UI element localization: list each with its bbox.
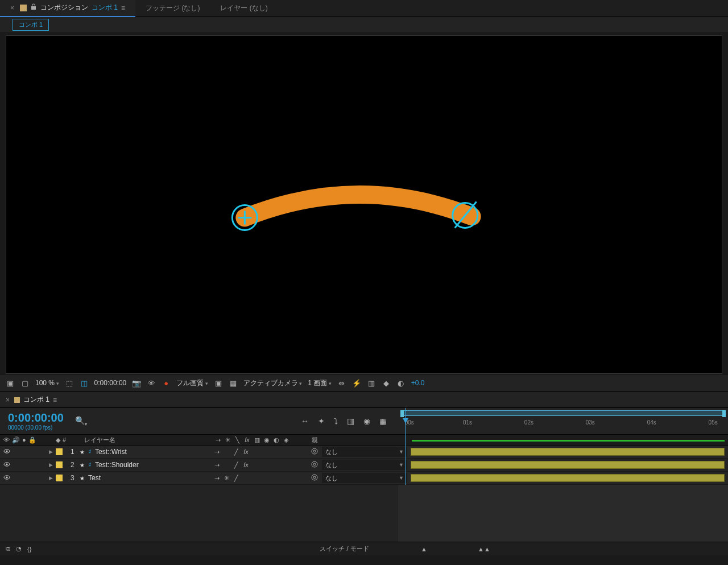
layer-color-chip[interactable]	[56, 461, 63, 468]
transparency-grid-icon[interactable]: ▢	[20, 378, 30, 387]
col-solo-icon[interactable]: ●	[22, 436, 26, 444]
switch-motionblur[interactable]	[261, 448, 270, 456]
layer-duration-bar[interactable]	[411, 461, 725, 469]
switch-adjustment[interactable]	[271, 461, 279, 469]
lock-icon[interactable]	[30, 3, 37, 12]
col-label-icon[interactable]: ◆	[56, 436, 60, 444]
draft3d-icon[interactable]: ✦	[318, 416, 325, 426]
mask-visibility-icon[interactable]: ◫	[80, 378, 89, 387]
layer-duration-bar[interactable]	[411, 448, 725, 456]
layer-visibility-icon[interactable]	[3, 461, 10, 469]
switch-3d[interactable]	[280, 448, 289, 456]
resolution-dropdown[interactable]: フル画質	[176, 378, 208, 388]
layer-expand-toggle[interactable]: ▶	[46, 462, 56, 468]
layer-visibility-icon[interactable]	[3, 474, 10, 482]
playhead-icon[interactable]	[403, 418, 408, 423]
toggle-switches-icon[interactable]: ⧉	[6, 545, 10, 552]
zoom-out-icon[interactable]: ▲	[421, 546, 427, 552]
switch-quality[interactable]: ╱	[232, 474, 241, 482]
time-ruler[interactable]: 00s 01s 02s 03s 04s 05s	[398, 408, 728, 434]
comp-mini-flowchart-icon[interactable]: ↔	[301, 416, 309, 426]
switch-3d[interactable]	[280, 461, 289, 469]
pixel-aspect-icon[interactable]: ⇔	[337, 378, 346, 387]
flowchart-icon[interactable]: ◆	[382, 378, 391, 387]
switch-3d-icon[interactable]: ◈	[282, 436, 290, 444]
switches-modes-toggle[interactable]: スイッチ / モード	[320, 545, 369, 553]
layer-expand-toggle[interactable]: ▶	[46, 475, 56, 481]
switch-adjustment[interactable]	[271, 448, 279, 456]
zoom-slider-icon[interactable]: ▲▲	[478, 546, 490, 552]
close-tab-icon[interactable]: ×	[10, 4, 14, 12]
current-timecode[interactable]: 0:00:00:00	[8, 411, 64, 424]
switch-frameblend-icon[interactable]: ▥	[253, 436, 261, 444]
layer-expand-toggle[interactable]: ▶	[46, 449, 56, 455]
switch-frameblend[interactable]	[251, 461, 260, 469]
switch-fx[interactable]	[242, 474, 250, 482]
switch-collapse-icon[interactable]: ✳	[224, 436, 232, 444]
timeline-tab[interactable]: コンポ 1 ≡	[14, 395, 57, 405]
work-area-end-handle[interactable]	[722, 410, 726, 417]
parent-pickwhip-icon[interactable]	[311, 473, 318, 483]
switch-shy[interactable]: ⇢	[213, 448, 221, 456]
col-audio-icon[interactable]: 🔊	[12, 436, 20, 444]
switch-fx[interactable]: fx	[242, 448, 250, 456]
hide-shy-icon[interactable]: ⤵	[334, 416, 338, 426]
col-lock-icon[interactable]: 🔒	[28, 436, 36, 444]
layer-row[interactable]: ▶ 3 ★ Test ⇢ ✳ ╱ なし▼	[0, 472, 728, 485]
layer-duration-bar[interactable]	[411, 474, 725, 482]
frame-blend-icon[interactable]: ▥	[347, 416, 354, 426]
switch-shy[interactable]: ⇢	[213, 461, 221, 469]
tab-footage[interactable]: フッテージ (なし)	[135, 0, 210, 17]
layer-search[interactable]: 🔍▾	[75, 416, 87, 427]
guides-icon[interactable]: ▣	[214, 378, 223, 387]
col-layer-name[interactable]: レイヤー名	[81, 436, 214, 444]
layer-name-text[interactable]: Test::Wrist	[95, 448, 127, 456]
exposure-value[interactable]: +0.0	[411, 379, 425, 387]
switch-motionblur[interactable]	[261, 474, 270, 482]
toggle-brackets-icon[interactable]: {}	[27, 546, 31, 552]
col-parent[interactable]: 親	[308, 436, 408, 444]
timeline-panel-menu-icon[interactable]: ≡	[53, 396, 57, 404]
switch-collapse[interactable]	[222, 448, 231, 456]
switch-collapse[interactable]: ✳	[222, 474, 231, 482]
motion-blur-icon[interactable]: ◉	[363, 416, 370, 426]
layer-color-chip[interactable]	[56, 448, 63, 455]
tab-layer[interactable]: レイヤー (なし)	[210, 0, 278, 17]
work-area-start-handle[interactable]	[400, 410, 404, 417]
switch-fx-header-icon[interactable]: fx	[243, 436, 251, 444]
channel-icon[interactable]: ●	[162, 378, 171, 387]
show-snapshot-icon[interactable]: 👁	[147, 378, 156, 387]
switch-shy-icon[interactable]: ⇢	[214, 436, 222, 444]
switch-quality-icon[interactable]: ╲	[233, 436, 242, 444]
switch-fx[interactable]: fx	[242, 461, 250, 469]
reset-exposure-icon[interactable]: ◐	[396, 378, 406, 387]
col-video-icon[interactable]: 👁	[3, 436, 10, 444]
fast-preview-icon[interactable]: ⚡	[352, 378, 361, 387]
camera-dropdown[interactable]: アクティブカメラ	[243, 378, 303, 388]
layer-visibility-icon[interactable]	[3, 448, 10, 456]
switch-shy[interactable]: ⇢	[213, 474, 221, 482]
work-area-bar[interactable]	[402, 410, 725, 416]
layer-row[interactable]: ▶ 1 ★ ♯ Test::Wrist ⇢ ╱ fx なし▼	[0, 446, 728, 459]
switch-quality[interactable]: ╱	[232, 461, 241, 469]
parent-pickwhip-icon[interactable]	[311, 460, 318, 470]
parent-dropdown[interactable]: なし▼	[322, 460, 407, 470]
graph-editor-icon[interactable]: ▦	[379, 416, 387, 426]
switch-motionblur-icon[interactable]: ◉	[262, 436, 271, 444]
tab-composition[interactable]: × コンポジション コンポ 1 ≡	[0, 0, 135, 17]
switch-motionblur[interactable]	[261, 461, 270, 469]
preview-timecode[interactable]: 0:00:00:00	[94, 379, 127, 387]
parent-pickwhip-icon[interactable]	[311, 447, 318, 457]
switch-frameblend[interactable]	[251, 474, 260, 482]
parent-dropdown[interactable]: なし▼	[322, 473, 407, 483]
timeline-close-icon[interactable]: ×	[6, 396, 10, 404]
switch-quality[interactable]: ╱	[232, 448, 241, 456]
panel-menu-icon[interactable]: ≡	[121, 4, 125, 12]
layer-name-text[interactable]: Test	[88, 474, 101, 482]
parent-dropdown[interactable]: なし▼	[322, 447, 407, 457]
views-dropdown[interactable]: 1 画面	[308, 378, 332, 388]
comp-breadcrumb[interactable]: コンポ 1	[13, 19, 49, 31]
layer-name-text[interactable]: Test::Shoulder	[95, 461, 139, 469]
zoom-dropdown[interactable]: 100 %	[35, 379, 59, 387]
layer-color-chip[interactable]	[56, 475, 63, 481]
